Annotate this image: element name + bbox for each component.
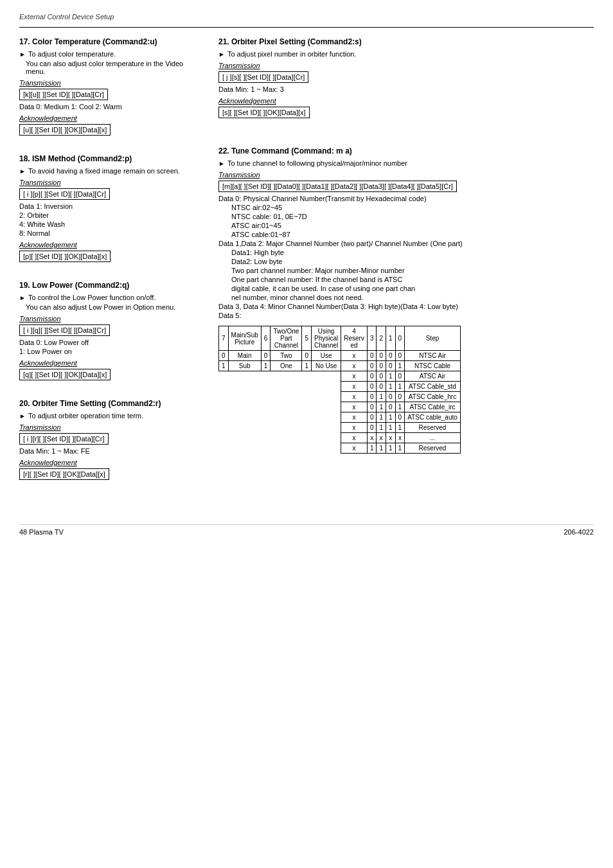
table-cell: NTSC Cable [405,361,461,371]
section-17-ack-cmd: [u][ ][Set ID][ ][OK][Data][x] [19,124,111,136]
table-cell: x [341,361,368,371]
table-cell: 1 [386,382,396,392]
table-row: x0011ATSC Cable_std [219,382,461,392]
s22-data-0: Data 0: Physical Channel Number(Transmit… [218,195,594,202]
table-row: x0111Reserved [219,423,461,433]
table-cell [228,371,261,382]
table-cell: 0 [395,351,405,361]
section-19-bullet-1: ► To control the Low Power function on/o… [19,294,199,301]
section-20-ack-label: Acknowledgement [19,459,199,466]
table-cell: x [341,433,368,443]
table-cell: 0 [367,412,377,423]
table-cell: 1 [377,412,386,423]
section-18-bullet-1: ► To avoid having a fixed image remain o… [19,167,199,175]
section-18-data-1: 2: Orbiter [19,211,199,219]
table-cell: 1 [261,361,271,371]
th-2: 2 [377,326,386,351]
table-cell: 1 [386,443,396,454]
table-cell: 0 [367,382,377,392]
arrow-icon: ► [19,51,26,58]
section-21: 21. Orbiter Pixel Setting (Command2:s) ►… [218,37,594,121]
table-cell [271,433,302,443]
table-cell [271,402,302,412]
table-cell: 0 [386,351,396,361]
table-cell [219,423,229,433]
section-20-title: 20. Orbiter Time Setting (Command2:r) [19,399,199,408]
table-cell: 1 [386,371,396,382]
arrow-icon: ► [19,412,26,420]
table-cell: 0 [377,371,386,382]
table-row: x0100ATSC Cable_hrc [219,392,461,402]
table-cell: Sub [228,361,261,371]
table-cell: 0 [377,351,386,361]
s22-data-3: ATSC air:01~45 [231,222,594,229]
table-row: x0010ATSC Air [219,371,461,382]
table-cell: 0 [367,402,377,412]
section-18-transmission-cmd: [ i ][p][ ][Set ID][ ][Data][Cr] [19,188,110,200]
table-cell: x [341,351,368,361]
s22-data-12: Data 3, Data 4: Minor Channel Number(Dat… [218,303,594,310]
table-cell: 0 [261,351,271,361]
s22-data-2: NTSC cable: 01, 0E~7D [231,213,594,220]
table-cell: 0 [386,392,396,402]
table-cell: Reserved [405,443,461,454]
section-18-data-3: 8: Normal [19,229,199,237]
th-1: 1 [386,326,396,351]
arrow-icon: ► [19,294,26,301]
table-cell: Reserved [405,423,461,433]
table-cell [219,433,229,443]
section-19-transmission-label: Transmission [19,315,199,323]
table-cell [219,382,229,392]
left-column: 17. Color Temperature (Command2:u) ► To … [19,37,199,499]
section-22-title: 22. Tune Command (Command: m a) [218,146,594,155]
th-0: 0 [395,326,405,351]
section-18-ack-cmd: [p][ ][Set ID][ ][OK][Data][x] [19,251,111,262]
th-two-one: Two/OnePartChannel [271,326,302,351]
table-cell: 0 [386,402,396,412]
table-cell: x [341,423,368,433]
table-cell: 0 [377,382,386,392]
section-19-subdesc: You can also adjust Low Power in Option … [26,303,199,311]
table-cell: 1 [377,402,386,412]
table-cell: 1 [219,361,229,371]
table-cell: 1 [395,361,405,371]
table-cell: 0 [395,412,405,423]
s22-data-1: NTSC air:02~45 [231,204,594,211]
table-cell: One [271,361,302,371]
s22-data-13: Data 5: [218,312,594,319]
table-cell: ... [405,433,461,443]
th-main-sub: Main/SubPicture [228,326,261,351]
table-cell [219,392,229,402]
table-cell [302,443,312,454]
section-21-transmission-cmd: [ j ][s][ ][Set ID][ ][Data][Cr] [218,71,308,83]
section-19-ack-cmd: [q][ ][Set ID][ ][OK][Data][x] [19,369,111,380]
section-19-transmission-cmd: [ i ][q][ ][Set ID][ ][Data][Cr] [19,324,110,336]
table-cell [219,443,229,454]
section-21-title: 21. Orbiter Pixel Setting (Command2:s) [218,37,594,46]
footer-right: 206-4022 [564,528,594,536]
table-cell: NTSC Air [405,351,461,361]
th-using: UsingPhysicalChannel [311,326,341,351]
page-header: External Control Device Setup [19,13,594,21]
table-cell: 0 [219,351,229,361]
section-17: 17. Color Temperature (Command2:u) ► To … [19,37,199,138]
table-cell [261,433,271,443]
table-cell [311,443,341,454]
section-22-bullet-1: ► To tune channel to following physical/… [218,159,594,167]
table-row: xxxxx... [219,433,461,443]
table-cell: 0 [367,392,377,402]
s22-data-4: ATSC cable:01~87 [231,231,594,238]
table-cell: 1 [302,361,312,371]
table-cell [261,412,271,423]
section-21-transmission-label: Transmission [218,62,594,69]
section-18-title: 18. ISM Method (Command2:p) [19,154,199,163]
section-19: 19. Low Power (Command2:q) ► To control … [19,281,199,383]
table-cell [302,423,312,433]
table-cell [271,392,302,402]
table-cell: 0 [302,351,312,361]
table-cell [219,402,229,412]
table-cell: ATSC cable_auto [405,412,461,423]
table-cell [311,382,341,392]
table-cell: Two [271,351,302,361]
arrow-icon: ► [19,168,26,175]
